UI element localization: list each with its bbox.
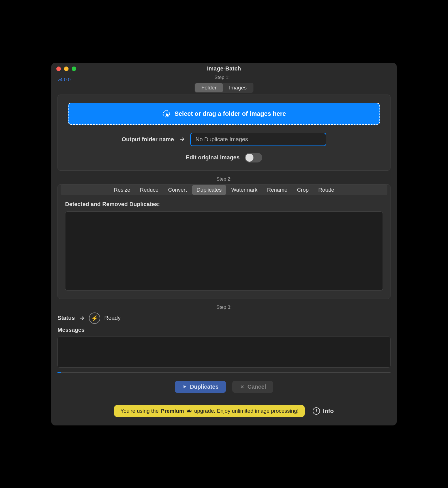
step1-label: Step 1: (71, 75, 374, 80)
messages-label: Messages (57, 327, 391, 333)
window-title: Image-Batch (51, 65, 397, 72)
version-label: v4.0.0 (57, 75, 71, 83)
info-button[interactable]: i Info (313, 407, 334, 415)
operation-tabs: Resize Reduce Convert Duplicates Waterma… (61, 185, 387, 195)
step2-panel: Resize Reduce Convert Duplicates Waterma… (57, 184, 391, 299)
play-icon (182, 384, 187, 389)
status-indicator: ⚡ (89, 313, 100, 324)
progress-fill (57, 372, 61, 373)
cursor-click-icon (162, 110, 170, 118)
run-duplicates-button[interactable]: Duplicates (175, 381, 226, 393)
tab-convert[interactable]: Convert (164, 185, 192, 195)
duplicates-list[interactable] (65, 211, 383, 291)
tab-reduce[interactable]: Reduce (135, 185, 163, 195)
output-folder-input[interactable] (190, 133, 326, 146)
premium-banner: You're using the Premium upgrade. Enjoy … (114, 405, 305, 417)
banner-premium-word: Premium (161, 408, 184, 414)
edit-original-label: Edit original images (186, 154, 240, 161)
step1-panel: Select or drag a folder of images here O… (57, 95, 391, 171)
tab-rotate[interactable]: Rotate (314, 185, 339, 195)
banner-text-after: upgrade. Enjoy unlimited image processin… (194, 408, 299, 414)
tab-rename[interactable]: Rename (263, 185, 292, 195)
duplicates-heading: Detected and Removed Duplicates: (65, 201, 383, 207)
status-text: Ready (104, 315, 121, 321)
tab-crop[interactable]: Crop (293, 185, 313, 195)
tab-duplicates[interactable]: Duplicates (192, 185, 226, 195)
arrow-right-icon (179, 136, 185, 142)
info-icon: i (313, 407, 320, 415)
source-segmented-control: Folder Images (57, 83, 391, 93)
progress-bar (57, 372, 391, 373)
bolt-icon: ⚡ (91, 315, 98, 322)
crown-icon (186, 408, 192, 413)
app-window: Image-Batch v4.0.0 Step 1: Folder Images… (51, 63, 397, 425)
step2-label: Step 2: (57, 176, 391, 182)
step3-label: Step 3: (57, 305, 391, 310)
source-tab-folder[interactable]: Folder (195, 83, 223, 92)
run-button-label: Duplicates (190, 384, 219, 390)
divider (57, 400, 391, 400)
banner-text-before: You're using the (120, 408, 159, 414)
x-icon (240, 384, 245, 389)
cancel-button[interactable]: Cancel (232, 381, 274, 393)
tab-resize[interactable]: Resize (109, 185, 135, 195)
dropzone-label: Select or drag a folder of images here (174, 110, 286, 117)
info-label: Info (323, 408, 334, 414)
cancel-button-label: Cancel (248, 384, 266, 390)
titlebar: Image-Batch (51, 63, 397, 75)
arrow-right-icon (79, 315, 85, 321)
source-tab-images[interactable]: Images (223, 83, 253, 92)
output-folder-label: Output folder name (122, 136, 174, 143)
edit-original-toggle[interactable] (245, 153, 262, 162)
status-row: Status ⚡ Ready (57, 313, 391, 324)
tab-watermark[interactable]: Watermark (227, 185, 262, 195)
status-label: Status (57, 315, 75, 321)
messages-box[interactable] (57, 337, 391, 368)
folder-dropzone[interactable]: Select or drag a folder of images here (68, 103, 380, 125)
